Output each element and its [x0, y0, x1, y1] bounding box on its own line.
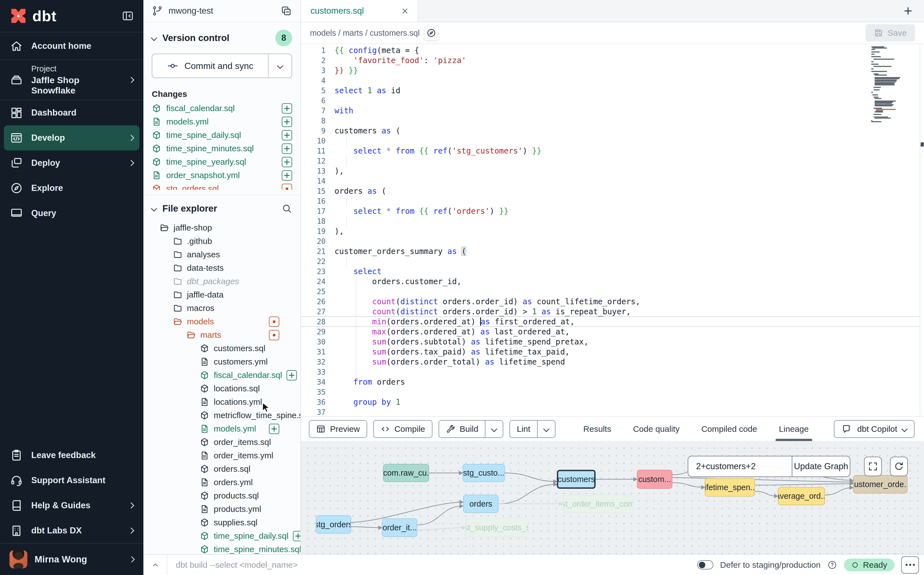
change-item-fiscal_calendar.sql[interactable]: fiscal_calendar.sql — [152, 102, 292, 115]
sidebar-item-deploy[interactable]: Deploy — [0, 151, 143, 176]
sidebar-item-dashboard[interactable]: Dashboard — [0, 100, 143, 125]
change-item-models.yml[interactable]: models.yml — [152, 115, 292, 129]
stage-plus-badge[interactable] — [282, 143, 292, 154]
tree-dot-badge[interactable] — [269, 330, 279, 340]
lineage-node-stg_orders[interactable]: stg_orders — [316, 515, 351, 534]
explore-lineage-icon[interactable] — [424, 26, 439, 40]
lineage-node-lifetime[interactable]: lifetime_spen... — [705, 478, 755, 497]
lineage-search-input[interactable]: 2+customers+2 — [688, 456, 792, 477]
tree-item-customers.sql[interactable]: customers.sql — [152, 342, 292, 355]
tree-item-customers.yml[interactable]: customers.yml — [152, 355, 292, 369]
build-options-button[interactable] — [485, 421, 503, 437]
tree-item-marts[interactable]: marts — [152, 328, 292, 342]
toolbar-button-build[interactable]: Build — [439, 420, 504, 438]
tree-item-models[interactable]: models — [152, 315, 292, 328]
sidebar-item-query[interactable]: Query — [0, 201, 143, 226]
stage-plus-badge[interactable] — [282, 117, 292, 127]
help-icon[interactable] — [827, 560, 837, 570]
lint-options-button[interactable] — [537, 421, 555, 437]
stage-plus-badge[interactable] — [282, 103, 292, 114]
tree-item-locations.sql[interactable]: locations.sql — [152, 382, 292, 395]
tree-item-order_items.yml[interactable]: order_items.yml — [152, 449, 292, 462]
sidebar-item-develop[interactable]: Develop — [4, 125, 139, 151]
sidebar-item-project[interactable]: ProjectJaffle Shop Snowflake — [0, 60, 143, 100]
tree-item-locations.yml[interactable]: locations.yml — [152, 395, 292, 409]
change-item-stg_orders.sql[interactable]: stg_orders.sql — [152, 182, 292, 190]
tree-plus-badge[interactable] — [293, 531, 301, 541]
commit-and-sync-button[interactable]: Commit and sync — [152, 54, 292, 78]
tree-item-dbt_packages[interactable]: dbt_packages — [152, 275, 292, 288]
lineage-node-order_items[interactable]: order_it... — [382, 518, 417, 537]
sidebar-item-explore[interactable]: Explore — [0, 176, 143, 201]
tree-item-products.yml[interactable]: products.yml — [152, 502, 292, 516]
toolbar-button-compile[interactable]: Compile — [373, 420, 433, 438]
tab-lineage[interactable]: Lineage — [779, 417, 809, 441]
lineage-node-customers[interactable]: customers — [557, 470, 596, 489]
tree-item-data-tests[interactable]: data-tests — [152, 261, 292, 275]
stage-plus-badge[interactable] — [282, 170, 292, 181]
command-input[interactable]: dbt build --select <model_name> — [176, 554, 298, 575]
defer-toggle[interactable] — [697, 560, 713, 569]
tree-item-time_spine_minutes.sql[interactable]: time_spine_minutes.sql — [152, 543, 292, 554]
tree-item-order_items.sql[interactable]: order_items.sql — [152, 435, 292, 449]
dbt-copilot-button[interactable]: dbt Copilot — [834, 420, 914, 438]
tree-item-supplies.sql[interactable]: supplies.sql — [152, 516, 292, 529]
chevron-up-icon[interactable] — [152, 561, 159, 569]
sidebar-item-support-assistant[interactable]: Support Assistant — [0, 468, 143, 493]
lineage-node-ecom[interactable]: ecom.raw_cu... — [383, 464, 429, 482]
tree-item-macros[interactable]: macros — [152, 302, 292, 315]
lineage-node-test_supply[interactable]: test_supply_costs_s... — [466, 518, 529, 537]
editor-scrollbar[interactable] — [919, 44, 924, 416]
tree-item-products.sql[interactable]: products.sql — [152, 489, 292, 502]
commit-options-button[interactable] — [268, 54, 292, 78]
change-item-order_snapshot.yml[interactable]: order_snapshot.yml — [152, 168, 292, 182]
sidebar-item-dbt-labs-dx[interactable]: dbt Labs DX — [0, 518, 143, 543]
tree-plus-badge[interactable] — [287, 370, 297, 380]
tree-item-.github[interactable]: .github — [152, 235, 292, 248]
update-graph-button[interactable]: Update Graph — [792, 456, 850, 477]
tab-compiled-code[interactable]: Compiled code — [701, 417, 757, 441]
tree-item-time_spine_daily.sql[interactable]: time_spine_daily.sql — [152, 529, 292, 543]
tab-code-quality[interactable]: Code quality — [633, 417, 680, 441]
tree-item-jaffle-data[interactable]: jaffle-data — [152, 288, 292, 302]
toolbar-button-preview[interactable]: Preview — [309, 420, 367, 438]
tree-dot-badge[interactable] — [269, 316, 279, 327]
more-options-button[interactable] — [901, 556, 919, 573]
lineage-search-box[interactable]: 2+customers+2 Update Graph — [688, 456, 850, 477]
lineage-node-custom[interactable]: custom... — [637, 470, 672, 489]
change-item-time_spine_yearly.sql[interactable]: time_spine_yearly.sql — [152, 155, 292, 168]
minimap[interactable] — [871, 46, 914, 123]
collapse-sidebar-icon[interactable] — [122, 10, 134, 22]
status-ready-badge[interactable]: Ready — [844, 559, 894, 571]
search-icon[interactable] — [282, 203, 292, 214]
copy-icon[interactable] — [281, 5, 292, 17]
sidebar-item-leave-feedback[interactable]: Leave feedback — [0, 443, 143, 468]
toolbar-button-lint[interactable]: Lint — [509, 420, 555, 438]
lineage-node-customer_orders[interactable]: customer_orde... — [853, 475, 908, 494]
tree-item-analyses[interactable]: analyses — [152, 248, 292, 261]
tree-item-orders.sql[interactable]: orders.sql — [152, 462, 292, 476]
save-button[interactable]: Save — [865, 24, 915, 41]
stage-dot-badge[interactable] — [282, 184, 292, 190]
tree-item-metricflow_time_spine.sql[interactable]: metricflow_time_spine.sql••• — [152, 409, 292, 422]
lineage-node-stg_customers[interactable]: stg_custo... — [463, 464, 505, 482]
chevron-down-icon[interactable] — [151, 205, 157, 212]
account-row[interactable]: Mirna Wong — [0, 543, 143, 575]
stage-plus-badge[interactable] — [282, 130, 292, 140]
code-editor[interactable]: 1{{ config(meta = {2 'favorite_food': 'p… — [301, 44, 924, 416]
sidebar-item-account-home[interactable]: Account home — [0, 32, 143, 59]
tab-results[interactable]: Results — [583, 417, 611, 441]
sidebar-item-help-guides[interactable]: Help & Guides — [0, 493, 143, 518]
tree-item-jaffle-shop[interactable]: jaffle-shop — [152, 221, 292, 235]
tree-item-orders.yml[interactable]: orders.yml — [152, 476, 292, 489]
tree-plus-badge[interactable] — [269, 424, 279, 434]
lineage-node-orders[interactable]: orders — [463, 495, 499, 513]
tree-item-models.yml[interactable]: models.yml — [152, 422, 292, 435]
stage-plus-badge[interactable] — [282, 157, 292, 167]
fullscreen-button[interactable] — [864, 457, 882, 476]
change-item-time_spine_daily.sql[interactable]: time_spine_daily.sql — [152, 129, 292, 142]
lineage-node-average[interactable]: average_ord... — [778, 487, 825, 505]
change-item-time_spine_minutes.sql[interactable]: time_spine_minutes.sql — [152, 142, 292, 155]
lineage-node-test_order_items[interactable]: test_order_items_com... — [563, 495, 633, 513]
lineage-graph[interactable]: ecom.raw_cu...stg_custo...customerscusto… — [301, 441, 924, 554]
